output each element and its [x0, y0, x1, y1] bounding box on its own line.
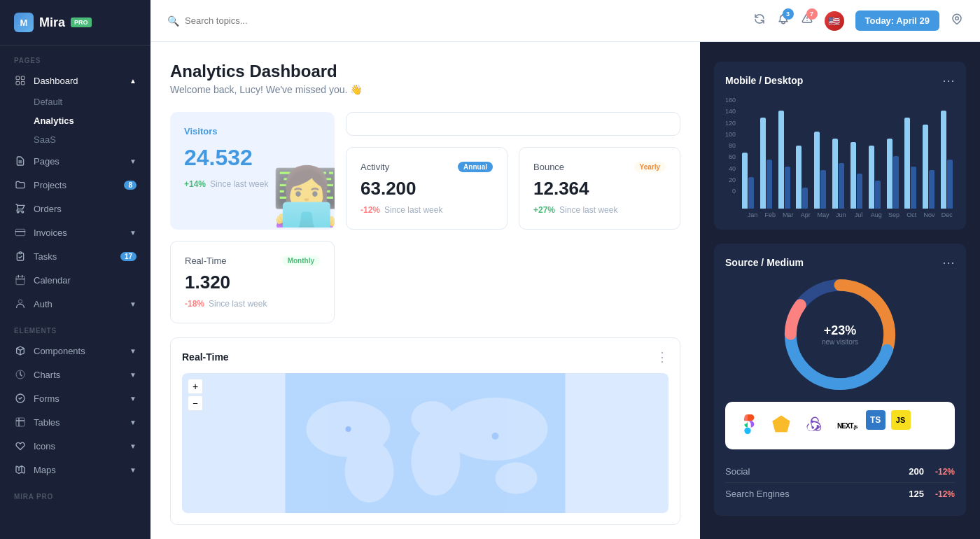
- svg-point-6: [18, 300, 22, 303]
- sidebar-item-components[interactable]: Components ▼: [0, 339, 150, 363]
- svg-point-15: [496, 463, 538, 494]
- mobile-desktop-title: Mobile / Desktop: [725, 75, 803, 86]
- map-dots-btn[interactable]: ⋮: [656, 349, 668, 365]
- dark-bar: [875, 181, 881, 209]
- sidebar-item-dashboard[interactable]: Dashboard ▲: [0, 69, 150, 92]
- sidebar-item-forms[interactable]: Forms ▼: [0, 386, 150, 410]
- bar-chart: 160140120100806040200: [725, 97, 955, 209]
- activity-change-label: Since last week: [384, 205, 442, 215]
- dark-bar: [766, 160, 772, 209]
- chevron-icon: ▼: [130, 419, 136, 426]
- notifications-btn[interactable]: 3: [777, 13, 790, 29]
- sidebar-item-pages[interactable]: Pages ▼: [0, 149, 150, 173]
- bounce-label: Bounce: [533, 162, 564, 172]
- search-icon: 🔍: [167, 15, 179, 27]
- visitors-change: +14%: [184, 179, 206, 189]
- table-icon: [14, 416, 27, 428]
- bar-labels: JanFebMarAprMayJunJulAugSepOctNovDec: [745, 211, 955, 218]
- source-dots-btn[interactable]: ⋯: [942, 255, 955, 270]
- visitors-change-label: Since last week: [210, 179, 268, 189]
- map-icon: [14, 463, 27, 476]
- bar-group-oct: [902, 111, 918, 209]
- sidebar-item-invoices[interactable]: Invoices ▼: [0, 220, 150, 244]
- bounce-change-label: Since last week: [559, 205, 617, 215]
- power-btn[interactable]: [951, 13, 963, 29]
- app-name: Mira: [39, 15, 65, 30]
- sidebar-item-orders[interactable]: Orders: [0, 197, 150, 220]
- svg-rect-8: [16, 418, 24, 426]
- source-row-search: Search Engines 125 -12%: [725, 483, 955, 505]
- dashboard-label: Dashboard: [34, 76, 78, 86]
- nextjs-logo: NEXT.js: [834, 410, 860, 441]
- left-pane: Analytics Dashboard Welcome back, Lucy! …: [150, 42, 700, 539]
- bar-label-sep: Sep: [886, 211, 902, 218]
- chevron-icon: ▼: [130, 442, 136, 450]
- bar-label-jul: Jul: [851, 211, 867, 218]
- activity-label: Activity: [360, 162, 389, 172]
- light-bar: [778, 111, 784, 209]
- sidebar-item-tasks[interactable]: Tasks 17: [0, 244, 150, 268]
- user-flag-avatar[interactable]: 🇺🇸: [825, 11, 844, 31]
- alerts-btn[interactable]: 7: [801, 13, 813, 29]
- chevron-icon: ▼: [130, 347, 136, 355]
- notifications-badge: 3: [783, 8, 794, 20]
- refresh-icon-btn[interactable]: [753, 13, 766, 29]
- icons-label: Icons: [34, 441, 55, 451]
- light-bar: [887, 139, 892, 209]
- bar-label-may: May: [816, 211, 831, 218]
- search-area: 🔍: [167, 15, 391, 27]
- bar-group-aug: [867, 111, 883, 209]
- logo-icon: M: [14, 13, 34, 32]
- visitors-label: Visitors: [184, 126, 321, 136]
- light-bar: [760, 118, 766, 209]
- invoices-label: Invoices: [34, 227, 67, 238]
- tables-label: Tables: [34, 417, 60, 428]
- light-bar: [796, 146, 802, 209]
- chevron-icon: ▼: [130, 466, 136, 474]
- sidebar: M Mira PRO PAGES Dashboard ▲ Default Ana…: [0, 0, 150, 539]
- charts-label: Charts: [34, 370, 60, 380]
- svg-marker-24: [772, 415, 790, 432]
- sidebar-item-auth[interactable]: Auth ▼: [0, 292, 150, 316]
- bar-label-jan: Jan: [745, 211, 760, 218]
- light-bar: [832, 139, 838, 209]
- grid-icon: [14, 74, 27, 87]
- projects-label: Projects: [34, 180, 66, 190]
- search-input[interactable]: [185, 15, 391, 26]
- figma-logo: [734, 410, 762, 441]
- sidebar-item-maps[interactable]: Maps ▼: [0, 458, 150, 482]
- folder-icon: [14, 178, 27, 191]
- file-icon: [14, 155, 27, 167]
- subnav-analytics[interactable]: Analytics: [34, 111, 150, 130]
- sidebar-item-icons[interactable]: Icons ▼: [0, 434, 150, 458]
- svg-rect-0: [16, 76, 20, 80]
- zoom-out-btn[interactable]: −: [188, 396, 203, 411]
- map-title: Real-Time: [182, 351, 229, 363]
- bar-group-nov: [920, 111, 937, 209]
- svg-point-14: [443, 398, 548, 461]
- donut-container: +23% new visitors: [725, 279, 955, 391]
- zoom-in-btn[interactable]: +: [188, 379, 203, 394]
- realtime-map-card: Real-Time ⋮ + −: [170, 337, 680, 525]
- cube-icon: [14, 344, 27, 357]
- svg-point-17: [492, 433, 499, 440]
- today-button[interactable]: Today: April 29: [855, 10, 939, 31]
- svg-rect-4: [15, 229, 24, 235]
- subnav-saas[interactable]: SaaS: [34, 130, 150, 149]
- sidebar-item-projects[interactable]: Projects 8: [0, 173, 150, 197]
- mobile-desktop-card: [346, 112, 680, 136]
- alerts-badge: 7: [806, 8, 818, 20]
- chart-dots-btn[interactable]: ⋯: [942, 73, 955, 88]
- sidebar-item-tables[interactable]: Tables ▼: [0, 410, 150, 434]
- content-area: Analytics Dashboard Welcome back, Lucy! …: [150, 42, 980, 539]
- bar-group-apr: [794, 111, 811, 209]
- bounce-card: Bounce Yearly 12.364 +27% Since last wee…: [519, 147, 680, 230]
- subnav-default[interactable]: Default: [34, 92, 150, 111]
- donut-center-label: new visitors: [822, 338, 858, 346]
- dark-bar: [911, 167, 916, 209]
- activity-value: 63.200: [360, 178, 493, 200]
- bar-group-dec: [939, 111, 955, 209]
- sidebar-item-charts[interactable]: Charts ▼: [0, 363, 150, 386]
- svg-rect-3: [21, 81, 24, 85]
- sidebar-item-calendar[interactable]: Calendar: [0, 268, 150, 292]
